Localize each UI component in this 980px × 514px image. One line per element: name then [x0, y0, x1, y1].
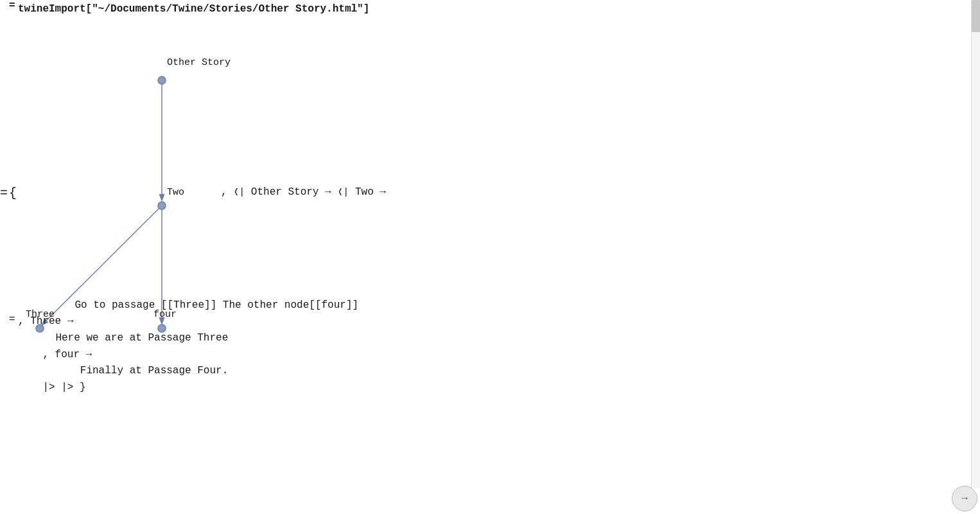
scrollbar-thumb[interactable] [972, 0, 980, 32]
node-two [158, 202, 166, 209]
arrow-1: → [325, 186, 337, 198]
nav-arrow-icon: → [961, 493, 968, 504]
equals-prefix: = [9, 0, 15, 12]
two-content-line: Go to passage [[Three]] The other node[[… [18, 297, 980, 314]
closing-line: |> |> } [18, 380, 980, 396]
equals-prefix-three: = [9, 314, 15, 325]
brace-open: = { [9, 186, 17, 200]
other-story-ref: Other Story [245, 186, 325, 198]
three-content-line: Here we are at Passage Three [18, 330, 980, 347]
story-graph [9, 21, 497, 304]
two-ref: Two [349, 186, 380, 198]
scrollbar-right[interactable] [971, 0, 980, 488]
inline-association-text: , ❬| Other Story → ❬| Two → [221, 186, 386, 198]
comma-separator: , [221, 186, 233, 198]
nav-arrow-right[interactable]: → [952, 486, 977, 511]
angle-bracket-1: ❬| [233, 187, 245, 198]
angle-bracket-2: ❬| [337, 187, 349, 198]
four-content-line: Finally at Passage Four. [18, 363, 980, 380]
three-key-line: , Three → [18, 314, 980, 330]
four-key-line: , four → [18, 347, 980, 364]
label-two: Two [167, 187, 184, 198]
node-other-story [158, 76, 166, 84]
label-other-story: Other Story [167, 57, 231, 68]
arrow-2: → [380, 186, 386, 198]
header-line: twineImport["~/Documents/Twine/Stories/O… [18, 3, 369, 15]
